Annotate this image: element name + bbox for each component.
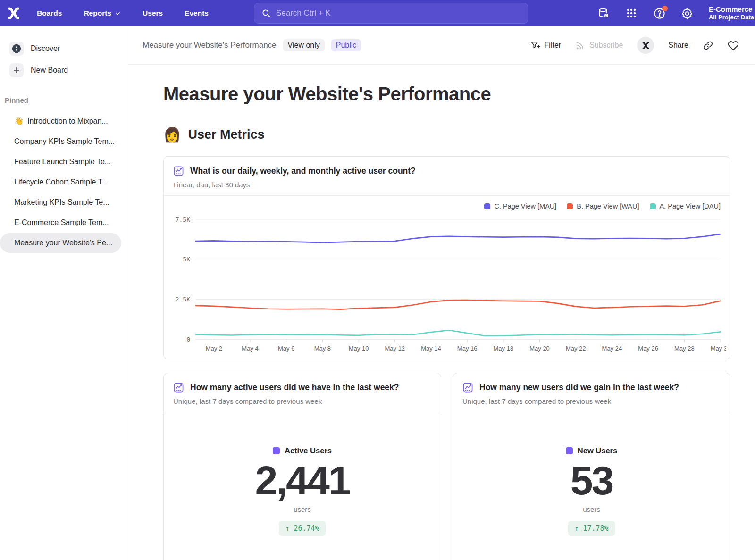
line-chart-icon: [462, 382, 473, 393]
owner-avatar[interactable]: [637, 37, 654, 54]
project-switcher[interactable]: E-Commerce All Project Data: [709, 5, 754, 22]
chart-legend: C. Page View [MAU]B. Page View [WAU]A. P…: [164, 196, 730, 210]
nav-item-reports[interactable]: Reports: [84, 9, 121, 17]
chart-card-subtitle: Linear, dau, last 30 days: [173, 181, 719, 189]
sidebar-item-label: E-Commerce Sample Tem...: [14, 218, 109, 227]
metric-value: 2,441: [255, 459, 349, 501]
data-source-icon[interactable]: [597, 7, 610, 20]
svg-text:May 12: May 12: [385, 345, 405, 352]
svg-text:May 8: May 8: [314, 345, 331, 352]
metric-legend-label: New Users: [578, 446, 617, 455]
settings-gear-icon[interactable]: [681, 7, 694, 20]
apps-grid-icon[interactable]: [625, 7, 638, 20]
line-chart[interactable]: 02.5K5K7.5KMay 2May 4May 6May 8May 10May…: [164, 210, 730, 359]
svg-text:May 20: May 20: [529, 345, 550, 352]
line-chart-icon: [173, 382, 184, 393]
sidebar-item-label: Marketing KPIs Sample Te...: [14, 198, 109, 207]
legend-swatch: [567, 203, 573, 209]
metric-legend-label: Active Users: [285, 446, 332, 455]
sidebar-pinned-item[interactable]: Lifecycle Cohort Sample T...: [0, 172, 121, 192]
sidebar-item-label: Measure your Website's Pe...: [14, 239, 112, 247]
copy-link-icon[interactable]: [703, 40, 713, 51]
svg-text:May 28: May 28: [674, 345, 695, 352]
sidebar-item-label: Lifecycle Cohort Sample T...: [14, 178, 108, 186]
search-input[interactable]: Search Ctrl + K: [254, 3, 528, 24]
legend-item[interactable]: B. Page View [WAU]: [567, 202, 639, 210]
notification-dot: [662, 6, 668, 11]
discover-compass-icon: [9, 42, 24, 56]
sidebar-item-label: Company KPIs Sample Tem...: [14, 137, 115, 146]
section-title: User Metrics: [188, 127, 264, 142]
legend-swatch: [484, 203, 490, 209]
metric-card-title: How many active users did we have in the…: [190, 383, 399, 393]
nav-links: BoardsReportsUsersEvents: [37, 9, 209, 17]
project-name: E-Commerce: [709, 5, 754, 14]
legend-swatch: [273, 447, 280, 454]
sidebar-pinned-item[interactable]: Feature Launch Sample Te...: [0, 152, 121, 172]
subscribe-label: Subscribe: [589, 41, 623, 50]
share-button[interactable]: Share: [668, 41, 688, 50]
svg-text:5K: 5K: [183, 256, 190, 263]
legend-label: B. Page View [WAU]: [577, 202, 639, 210]
nav-item-boards[interactable]: Boards: [37, 9, 62, 17]
svg-text:May 16: May 16: [457, 345, 478, 352]
nav-item-users[interactable]: Users: [143, 9, 163, 17]
metric-value: 53: [570, 459, 613, 501]
sidebar-item-new-board[interactable]: New Board: [5, 60, 123, 80]
svg-text:May 30: May 30: [711, 345, 726, 352]
svg-text:May 6: May 6: [278, 345, 294, 352]
svg-text:7.5K: 7.5K: [176, 216, 190, 223]
new-board-label: New Board: [31, 66, 68, 75]
metric-card-title: How many new users did we gain in the la…: [479, 383, 679, 393]
sidebar-pinned-item[interactable]: 👋Introduction to Mixpan...: [0, 111, 121, 131]
svg-text:May 14: May 14: [421, 345, 441, 352]
legend-item[interactable]: A. Page View [DAU]: [650, 202, 721, 210]
pinned-section-label: Pinned: [5, 96, 128, 104]
svg-text:May 24: May 24: [602, 345, 622, 352]
section-emoji: 👩: [163, 126, 181, 143]
subscribe-button[interactable]: Subscribe: [575, 41, 623, 50]
new-board-plus-icon: [9, 63, 24, 77]
share-label: Share: [668, 41, 688, 50]
subscribe-rss-icon: [575, 41, 585, 50]
page-title: Measure your Website's Performance: [163, 84, 730, 105]
sidebar-pinned-item[interactable]: E-Commerce Sample Tem...: [0, 213, 121, 233]
new-users-metric-card[interactable]: How many new users did we gain in the la…: [453, 373, 730, 560]
mixpanel-logo-icon[interactable]: [7, 6, 21, 20]
legend-label: C. Page View [MAU]: [494, 202, 556, 210]
sidebar-pinned-item[interactable]: Measure your Website's Pe...: [0, 233, 121, 253]
board-emoji: 👋: [14, 117, 24, 125]
svg-text:May 4: May 4: [242, 345, 258, 352]
svg-text:May 10: May 10: [349, 345, 369, 352]
svg-text:2.5K: 2.5K: [176, 296, 190, 303]
chevron-down-icon: [115, 10, 121, 17]
svg-text:May 18: May 18: [494, 345, 514, 352]
filter-label: Filter: [545, 41, 562, 50]
active-users-metric-card[interactable]: How many active users did we have in the…: [163, 373, 441, 560]
sidebar-pinned-item[interactable]: Marketing KPIs Sample Te...: [0, 192, 121, 212]
nav-item-events[interactable]: Events: [185, 9, 209, 17]
svg-text:May 2: May 2: [206, 345, 222, 352]
favorite-heart-icon[interactable]: [728, 40, 739, 51]
search-placeholder: Search Ctrl + K: [276, 8, 331, 18]
top-nav: BoardsReportsUsersEvents Search Ctrl + K: [0, 0, 755, 26]
search-icon: [261, 8, 271, 18]
legend-swatch: [566, 447, 573, 454]
help-icon[interactable]: [653, 7, 666, 20]
breadcrumb: Measure your Website's Performance: [143, 41, 277, 50]
metric-unit: users: [583, 505, 600, 513]
svg-text:May 26: May 26: [638, 345, 658, 352]
view-only-badge: View only: [283, 39, 325, 51]
chart-card-title: What is our daily, weekly, and monthly a…: [190, 166, 416, 176]
delta-badge: ↑ 26.74%: [279, 521, 325, 536]
pinned-list: 👋Introduction to Mixpan...Company KPIs S…: [0, 111, 128, 253]
metric-unit: users: [294, 505, 311, 513]
line-chart-icon: [173, 166, 184, 176]
active-user-chart-card[interactable]: What is our daily, weekly, and monthly a…: [163, 156, 730, 359]
section-header: 👩 User Metrics: [163, 126, 730, 143]
sidebar-item-discover[interactable]: Discover: [5, 39, 123, 59]
legend-item[interactable]: C. Page View [MAU]: [484, 202, 556, 210]
filter-button[interactable]: Filter: [530, 41, 562, 50]
sidebar-pinned-item[interactable]: Company KPIs Sample Tem...: [0, 132, 121, 151]
public-badge[interactable]: Public: [331, 39, 361, 51]
